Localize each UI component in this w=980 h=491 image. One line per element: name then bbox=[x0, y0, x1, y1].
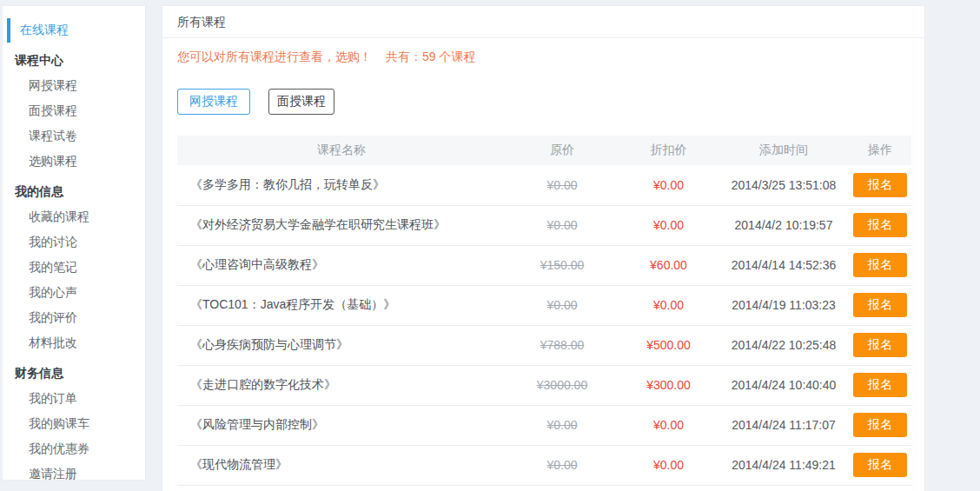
enroll-button[interactable]: 报名 bbox=[853, 333, 907, 357]
sidebar-item[interactable]: 选购课程 bbox=[3, 149, 145, 174]
discount-price: ¥0.00 bbox=[619, 405, 718, 445]
sidebar-section: 我的信息收藏的课程我的讨论我的笔记我的心声我的评价材料批改 bbox=[3, 179, 145, 355]
added-time: 2014/4/19 11:03:23 bbox=[718, 285, 849, 325]
sidebar-item[interactable]: 邀请注册 bbox=[3, 461, 145, 487]
course-name: 《TOC101：Java程序开发（基础）》 bbox=[177, 285, 506, 325]
original-price: ¥0.00 bbox=[506, 405, 619, 445]
discount-price: ¥0.00 bbox=[619, 445, 718, 485]
original-price: ¥0.00 bbox=[506, 285, 619, 325]
original-price: ¥150.00 bbox=[506, 245, 619, 285]
sidebar-section-title: 我的信息 bbox=[3, 179, 145, 204]
action-cell: 报名 bbox=[849, 245, 911, 285]
panel-body: 您可以对所有课程进行查看，选购！共有：59 个课程 网授课程面授课程 课程名称 … bbox=[162, 38, 924, 486]
enroll-button[interactable]: 报名 bbox=[853, 373, 907, 397]
sidebar-item[interactable]: 我的优惠券 bbox=[3, 436, 145, 461]
original-price: ¥0.00 bbox=[506, 445, 619, 485]
action-cell: 报名 bbox=[849, 205, 911, 245]
active-indicator-bar bbox=[7, 18, 10, 43]
course-name: 《心理咨询中高级教程》 bbox=[177, 245, 506, 285]
original-price: ¥0.00 bbox=[506, 165, 619, 205]
sidebar-item[interactable]: 我的心声 bbox=[3, 280, 145, 305]
course-name: 《现代物流管理》 bbox=[177, 445, 506, 485]
discount-price: ¥500.00 bbox=[619, 325, 718, 365]
table-row: 《心身疾病预防与心理调节》¥788.00¥500.002014/4/22 10:… bbox=[177, 325, 911, 365]
action-cell: 报名 bbox=[849, 325, 911, 365]
sidebar-item[interactable]: 网授课程 bbox=[3, 73, 145, 98]
discount-price: ¥0.00 bbox=[619, 165, 718, 205]
filter-button-classroom[interactable]: 面授课程 bbox=[268, 89, 334, 115]
enroll-button[interactable]: 报名 bbox=[853, 253, 907, 277]
sidebar-item[interactable]: 材料批改 bbox=[3, 330, 145, 355]
discount-price: ¥300.00 bbox=[619, 365, 718, 405]
discount-price: ¥0.00 bbox=[619, 285, 718, 325]
sidebar-item[interactable]: 我的讨论 bbox=[3, 229, 145, 255]
table-row: 《风险管理与内部控制》¥0.00¥0.002014/4/24 11:17:07报… bbox=[177, 405, 911, 445]
sidebar-item[interactable]: 面授课程 bbox=[3, 98, 145, 123]
notice-text: 您可以对所有课程进行查看，选购！ bbox=[177, 50, 372, 63]
sidebar-item[interactable]: 收藏的课程 bbox=[3, 204, 145, 229]
enroll-button[interactable]: 报名 bbox=[853, 453, 907, 477]
course-table-body: 《多学多用：教你几招，玩转单反》¥0.00¥0.002014/3/25 13:5… bbox=[177, 165, 911, 485]
discount-price: ¥0.00 bbox=[619, 205, 718, 245]
added-time: 2014/4/24 10:40:40 bbox=[718, 365, 849, 405]
filter-button-online[interactable]: 网授课程 bbox=[177, 89, 250, 115]
discount-price: ¥60.00 bbox=[619, 245, 718, 285]
sidebar-active-label: 在线课程 bbox=[20, 23, 69, 38]
action-cell: 报名 bbox=[849, 405, 911, 445]
added-time: 2014/4/24 11:17:07 bbox=[718, 405, 849, 445]
table-header: 课程名称 原价 折扣价 添加时间 操作 bbox=[177, 136, 911, 165]
course-table-wrap: 课程名称 原价 折扣价 添加时间 操作 《多学多用：教你几招，玩转单反》¥0.0… bbox=[177, 136, 910, 486]
added-time: 2014/4/2 10:19:57 bbox=[718, 205, 849, 245]
column-header-course-name: 课程名称 bbox=[177, 136, 506, 165]
action-cell: 报名 bbox=[849, 165, 911, 205]
filter-buttons: 网授课程面授课程 bbox=[177, 89, 910, 115]
sidebar-item[interactable]: 课程试卷 bbox=[3, 123, 145, 149]
original-price: ¥788.00 bbox=[506, 325, 619, 365]
table-row: 《走进口腔的数字化技术》¥3000.00¥300.002014/4/24 10:… bbox=[177, 365, 911, 405]
sidebar-item[interactable]: 我的订单 bbox=[3, 386, 145, 411]
added-time: 2014/4/22 10:25:48 bbox=[718, 325, 849, 365]
sidebar-item[interactable]: 我的笔记 bbox=[3, 255, 145, 280]
course-name: 《心身疾病预防与心理调节》 bbox=[177, 325, 506, 365]
column-header-action: 操作 bbox=[849, 136, 911, 165]
sidebar: 在线课程 课程中心网授课程面授课程课程试卷选购课程我的信息收藏的课程我的讨论我的… bbox=[2, 5, 146, 481]
notice-line: 您可以对所有课程进行查看，选购！共有：59 个课程 bbox=[177, 50, 910, 65]
enroll-button[interactable]: 报名 bbox=[853, 413, 907, 437]
enroll-button[interactable]: 报名 bbox=[853, 213, 907, 237]
table-row: 《心理咨询中高级教程》¥150.00¥60.002014/4/14 14:52:… bbox=[177, 245, 911, 285]
page-title: 所有课程 bbox=[162, 6, 924, 38]
sidebar-section: 课程中心网授课程面授课程课程试卷选购课程 bbox=[3, 48, 145, 174]
added-time: 2014/4/14 14:52:36 bbox=[718, 245, 849, 285]
action-cell: 报名 bbox=[849, 285, 911, 325]
course-name: 《对外经济贸易大学金融学在职研究生课程班》 bbox=[177, 205, 506, 245]
column-header-added-time: 添加时间 bbox=[718, 136, 849, 165]
main-panel: 所有课程 您可以对所有课程进行查看，选购！共有：59 个课程 网授课程面授课程 … bbox=[162, 5, 925, 491]
enroll-button[interactable]: 报名 bbox=[853, 293, 907, 317]
sidebar-section-title: 财务信息 bbox=[3, 361, 145, 386]
sidebar-sections: 课程中心网授课程面授课程课程试卷选购课程我的信息收藏的课程我的讨论我的笔记我的心… bbox=[3, 48, 145, 487]
table-row: 《TOC101：Java程序开发（基础）》¥0.00¥0.002014/4/19… bbox=[177, 285, 911, 325]
sidebar-item[interactable]: 我的购课车 bbox=[3, 411, 145, 436]
column-header-original-price: 原价 bbox=[506, 136, 619, 165]
table-row: 《多学多用：教你几招，玩转单反》¥0.00¥0.002014/3/25 13:5… bbox=[177, 165, 911, 205]
table-row: 《对外经济贸易大学金融学在职研究生课程班》¥0.00¥0.002014/4/2 … bbox=[177, 205, 911, 245]
action-cell: 报名 bbox=[849, 445, 911, 485]
course-name: 《多学多用：教你几招，玩转单反》 bbox=[177, 165, 506, 205]
course-table: 课程名称 原价 折扣价 添加时间 操作 《多学多用：教你几招，玩转单反》¥0.0… bbox=[177, 136, 911, 486]
added-time: 2014/3/25 13:51:08 bbox=[718, 165, 849, 205]
course-name: 《走进口腔的数字化技术》 bbox=[177, 365, 506, 405]
enroll-button[interactable]: 报名 bbox=[853, 173, 907, 197]
sidebar-section: 财务信息我的订单我的购课车我的优惠券邀请注册 bbox=[3, 361, 145, 487]
column-header-discount-price: 折扣价 bbox=[619, 136, 718, 165]
course-count-text: 共有：59 个课程 bbox=[386, 50, 475, 63]
table-row: 《现代物流管理》¥0.00¥0.002014/4/24 11:49:21报名 bbox=[177, 445, 911, 485]
sidebar-item-online-courses[interactable]: 在线课程 bbox=[3, 18, 145, 43]
sidebar-section-title: 课程中心 bbox=[3, 48, 145, 73]
action-cell: 报名 bbox=[849, 365, 911, 405]
sidebar-item[interactable]: 我的评价 bbox=[3, 305, 145, 330]
original-price: ¥0.00 bbox=[506, 205, 619, 245]
course-name: 《风险管理与内部控制》 bbox=[177, 405, 506, 445]
added-time: 2014/4/24 11:49:21 bbox=[718, 445, 849, 485]
original-price: ¥3000.00 bbox=[506, 365, 619, 405]
